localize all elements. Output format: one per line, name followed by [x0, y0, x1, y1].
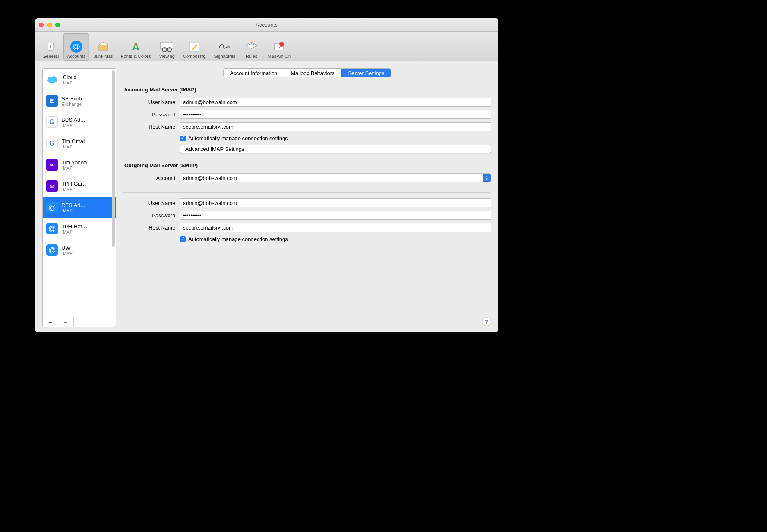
- advanced-imap-button[interactable]: Advanced IMAP Settings: [180, 145, 491, 153]
- outgoing-username-label: User Name:: [123, 200, 177, 206]
- account-protocol: IMAP: [62, 230, 87, 234]
- account-row[interactable]: @UWIMAP: [43, 239, 116, 261]
- account-name: SS Exch…: [62, 95, 87, 102]
- tb-junk-icon: [96, 40, 110, 54]
- svg-rect-3: [161, 42, 173, 49]
- divider: [123, 192, 491, 193]
- tab-account-information[interactable]: Account Information: [224, 69, 285, 77]
- tb-compose[interactable]: Composing: [179, 33, 210, 61]
- toolbar-label: Accounts: [67, 54, 85, 59]
- outgoing-account-select[interactable]: admin@bobswain.com ▲▼: [180, 173, 491, 182]
- toolbar-label: General: [43, 54, 59, 59]
- svg-point-9: [279, 42, 284, 47]
- at-icon: @: [46, 201, 58, 214]
- tb-acton[interactable]: Mail Act-On: [264, 33, 294, 61]
- account-protocol: IMAP: [62, 208, 86, 213]
- account-name: RES Ad…: [62, 202, 86, 208]
- tb-general-icon: [44, 40, 58, 54]
- tab-server-settings[interactable]: Server Settings: [341, 69, 391, 77]
- tb-viewing-icon: [160, 40, 174, 54]
- account-protocol: IMAP: [62, 187, 88, 192]
- at-icon: @: [46, 244, 58, 256]
- tb-fonts[interactable]: AFonts & Colors: [117, 33, 155, 61]
- tb-junk[interactable]: Junk Mail: [90, 33, 116, 61]
- google-icon: G: [46, 116, 58, 128]
- icloud-icon: [46, 73, 58, 86]
- tb-viewing[interactable]: Viewing: [155, 33, 178, 61]
- incoming-username-input[interactable]: [180, 98, 491, 107]
- tb-rules-icon: [244, 40, 258, 54]
- outgoing-username-input[interactable]: [180, 198, 491, 207]
- tb-sign-icon: [218, 40, 232, 54]
- incoming-auto-label: Automatically manage connection settings: [188, 135, 288, 141]
- account-row[interactable]: @TPH Hot…IMAP: [43, 218, 116, 239]
- toolbar: General@AccountsJunk MailAFonts & Colors…: [35, 32, 498, 61]
- select-arrows-icon: ▲▼: [483, 174, 491, 182]
- outgoing-section-title: Outgoing Mail Server (SMTP): [124, 162, 491, 168]
- account-row[interactable]: iCloudIMAP: [43, 69, 116, 90]
- toolbar-label: Fonts & Colors: [121, 54, 151, 59]
- toolbar-label: Composing: [183, 54, 206, 59]
- outgoing-host-input[interactable]: [180, 223, 491, 232]
- remove-account-button[interactable]: −: [58, 317, 74, 327]
- tb-rules[interactable]: Rules: [240, 33, 263, 61]
- detail-pane: Account InformationMailbox BehaviorsServ…: [123, 68, 491, 327]
- tb-accounts[interactable]: @Accounts: [63, 33, 89, 61]
- toolbar-label: Junk Mail: [94, 54, 112, 59]
- outgoing-auto-checkbox[interactable]: [180, 236, 186, 242]
- preferences-window: Accounts General@AccountsJunk MailAFonts…: [35, 18, 498, 332]
- yahoo-icon: ✉: [46, 180, 58, 192]
- at-icon: @: [46, 223, 58, 235]
- incoming-auto-checkbox[interactable]: [180, 136, 186, 141]
- toolbar-label: Signatures: [214, 54, 236, 59]
- account-name: iCloud: [62, 74, 77, 80]
- tab-mailbox-behaviors[interactable]: Mailbox Behaviors: [284, 69, 341, 77]
- incoming-section-title: Incoming Mail Server (IMAP): [124, 86, 491, 93]
- account-row[interactable]: GTim GmailIMAP: [43, 133, 116, 154]
- account-protocol: Exchange: [62, 102, 87, 107]
- account-row[interactable]: @RES Ad…IMAP: [43, 197, 116, 218]
- account-name: TPH Hot…: [62, 223, 87, 230]
- incoming-password-label: Password:: [123, 111, 177, 118]
- account-protocol: IMAP: [62, 251, 73, 256]
- account-row[interactable]: ✉Tim YahooIMAP: [43, 154, 116, 175]
- account-row[interactable]: ESS Exch…Exchange: [43, 90, 116, 111]
- account-sidebar: iCloudIMAPESS Exch…ExchangeGBDS Ad…IMAPG…: [42, 68, 116, 327]
- settings-tabs: Account InformationMailbox BehaviorsServ…: [223, 68, 392, 77]
- titlebar[interactable]: Accounts: [35, 18, 498, 32]
- outgoing-account-label: Account:: [123, 175, 177, 181]
- account-row[interactable]: ✉TPH Gar…IMAP: [43, 175, 116, 197]
- outgoing-host-label: Host Name:: [123, 225, 177, 231]
- account-row[interactable]: GBDS Ad…IMAP: [43, 111, 116, 133]
- account-name: Tim Yahoo: [62, 159, 87, 166]
- svg-rect-2: [99, 45, 108, 50]
- window-title: Accounts: [35, 22, 498, 28]
- outgoing-password-label: Password:: [123, 212, 177, 218]
- outgoing-account-value: admin@bobswain.com: [183, 175, 237, 181]
- sidebar-scrollbar[interactable]: [112, 70, 115, 247]
- outgoing-password-input[interactable]: [180, 211, 491, 220]
- account-name: Tim Gmail: [62, 138, 86, 144]
- tb-fonts-icon: A: [129, 40, 143, 54]
- tb-compose-icon: [187, 40, 201, 54]
- account-protocol: IMAP: [62, 80, 77, 85]
- toolbar-label: Rules: [246, 54, 257, 59]
- account-protocol: IMAP: [62, 123, 86, 128]
- account-protocol: IMAP: [62, 166, 87, 171]
- tb-general[interactable]: General: [39, 33, 62, 61]
- incoming-host-input[interactable]: [180, 122, 491, 131]
- toolbar-label: Mail Act-On: [267, 54, 291, 59]
- add-account-button[interactable]: +: [43, 317, 58, 327]
- incoming-username-label: User Name:: [123, 99, 177, 105]
- tb-sign[interactable]: Signatures: [210, 33, 240, 61]
- incoming-host-label: Host Name:: [123, 124, 177, 130]
- incoming-password-input[interactable]: [180, 110, 491, 119]
- account-name: TPH Gar…: [62, 181, 88, 187]
- outgoing-auto-label: Automatically manage connection settings: [188, 236, 288, 242]
- svg-rect-1: [50, 45, 51, 48]
- google-icon: G: [46, 137, 58, 150]
- toolbar-label: Viewing: [159, 54, 175, 59]
- yahoo-icon: ✉: [46, 159, 58, 171]
- help-button[interactable]: ?: [482, 317, 491, 326]
- svg-point-12: [51, 76, 57, 81]
